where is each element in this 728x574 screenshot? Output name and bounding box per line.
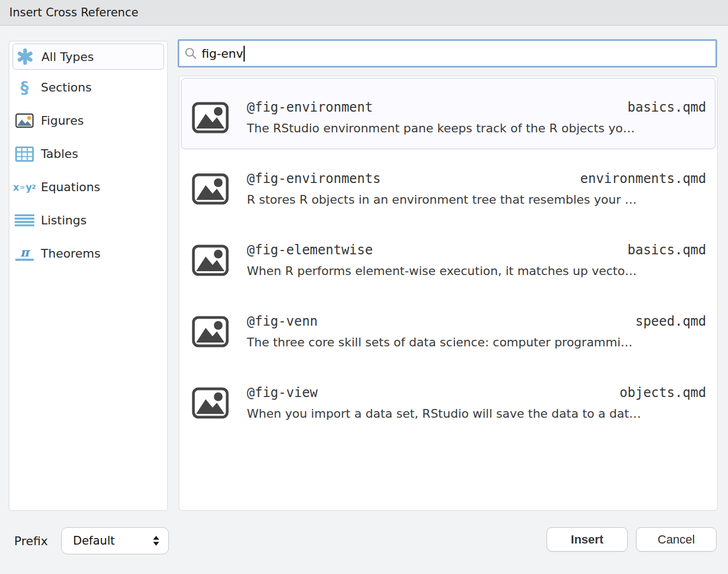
theorem-icon: π bbox=[14, 247, 35, 261]
table-icon bbox=[14, 146, 35, 162]
result-ref: @fig-elementwise bbox=[247, 242, 373, 258]
cancel-button[interactable]: Cancel bbox=[636, 527, 717, 552]
listing-icon bbox=[14, 214, 35, 227]
sidebar-item-figures[interactable]: Figures bbox=[9, 105, 167, 136]
result-file: speed.qmd bbox=[635, 314, 706, 329]
sidebar-item-all-types[interactable]: All Types bbox=[13, 44, 164, 70]
result-item-fig-venn[interactable]: @fig-venn speed.qmd The three core skill… bbox=[181, 292, 715, 363]
image-thumbnail-icon bbox=[192, 387, 229, 419]
search-value: fig-env bbox=[202, 47, 243, 60]
result-description: When you import a data set, RStudio will… bbox=[247, 407, 706, 420]
image-thumbnail-icon bbox=[192, 102, 229, 133]
equation-icon: x=y2 bbox=[14, 182, 35, 193]
sidebar-item-label: Sections bbox=[41, 81, 92, 94]
sidebar-item-theorems[interactable]: π Theorems bbox=[9, 238, 167, 269]
image-thumbnail-icon bbox=[192, 173, 229, 205]
sidebar-item-label: All Types bbox=[41, 50, 94, 64]
text-caret bbox=[244, 46, 245, 62]
sidebar-item-label: Equations bbox=[41, 180, 100, 194]
result-description: The three core skill sets of data scienc… bbox=[247, 335, 706, 349]
results-list: @fig-environment basics.qmd The RStudio … bbox=[179, 76, 718, 511]
result-item-fig-environment[interactable]: @fig-environment basics.qmd The RStudio … bbox=[181, 78, 715, 149]
result-ref: @fig-venn bbox=[247, 314, 318, 329]
sidebar-item-sections[interactable]: § Sections bbox=[9, 72, 167, 103]
result-item-fig-view[interactable]: @fig-view objects.qmd When you import a … bbox=[181, 363, 715, 435]
result-item-fig-elementwise[interactable]: @fig-elementwise basics.qmd When R perfo… bbox=[181, 221, 715, 292]
type-filter-panel: All Types § Sections Figures bbox=[9, 41, 168, 511]
asterisk-icon bbox=[14, 48, 36, 65]
result-file: environments.qmd bbox=[580, 171, 706, 186]
result-ref: @fig-view bbox=[247, 385, 318, 400]
result-ref: @fig-environment bbox=[247, 100, 373, 115]
sidebar-item-listings[interactable]: Listings bbox=[9, 205, 167, 236]
result-description: R stores R objects in an environment tre… bbox=[247, 193, 706, 206]
figure-icon bbox=[14, 113, 35, 128]
sidebar-item-label: Figures bbox=[41, 114, 84, 127]
result-description: When R performs element-wise execution, … bbox=[247, 264, 706, 278]
search-input[interactable]: fig-env bbox=[178, 39, 717, 68]
prefix-select[interactable]: Default bbox=[61, 527, 169, 554]
sidebar-item-equations[interactable]: x=y2 Equations bbox=[9, 172, 167, 203]
select-arrows-icon bbox=[153, 535, 160, 546]
sidebar-item-label: Listings bbox=[41, 213, 87, 227]
result-description: The RStudio environment pane keeps track… bbox=[247, 121, 706, 135]
result-item-fig-environments[interactable]: @fig-environments environments.qmd R sto… bbox=[181, 149, 715, 221]
search-icon bbox=[184, 47, 197, 60]
sidebar-item-label: Theorems bbox=[41, 247, 100, 260]
dialog-title: Insert Cross Reference bbox=[9, 6, 138, 19]
result-file: basics.qmd bbox=[628, 100, 707, 115]
result-file: objects.qmd bbox=[620, 385, 706, 400]
insert-cross-reference-dialog: Insert Cross Reference All Types § Secti… bbox=[0, 0, 728, 574]
sidebar-item-tables[interactable]: Tables bbox=[9, 138, 167, 169]
insert-button[interactable]: Insert bbox=[547, 527, 628, 552]
image-thumbnail-icon bbox=[192, 316, 229, 347]
sidebar-item-label: Tables bbox=[41, 147, 78, 161]
result-ref: @fig-environments bbox=[247, 171, 381, 186]
dialog-titlebar: Insert Cross Reference bbox=[0, 0, 728, 26]
result-file: basics.qmd bbox=[628, 242, 707, 258]
prefix-label: Prefix bbox=[14, 534, 48, 548]
section-icon: § bbox=[14, 80, 35, 96]
image-thumbnail-icon bbox=[192, 245, 229, 276]
prefix-selected-value: Default bbox=[73, 534, 153, 547]
